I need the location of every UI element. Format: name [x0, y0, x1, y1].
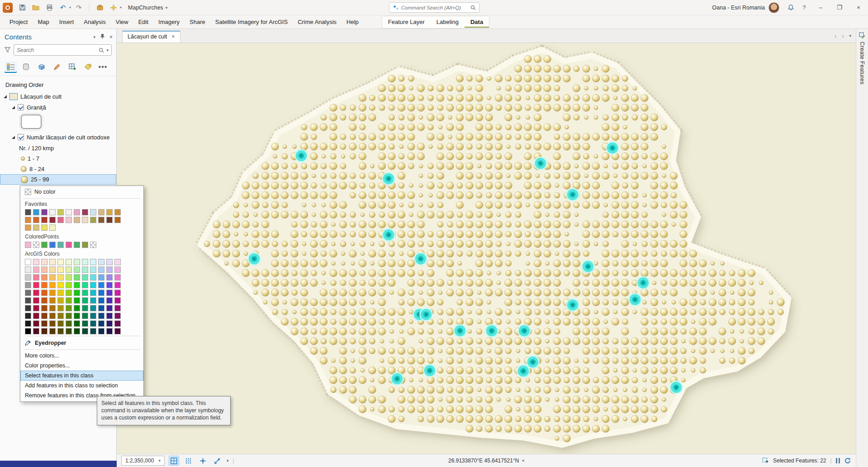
color-swatch[interactable] — [33, 282, 39, 288]
color-swatch[interactable] — [66, 313, 72, 319]
cursor-coordinates[interactable]: 26.9133870°E 45.6417521°N ▾ — [448, 457, 524, 464]
menu-item-select-features-in-this-class[interactable]: Select features in this class — [20, 371, 143, 381]
tab-list-chevron-icon[interactable]: ▾ — [849, 33, 851, 38]
color-swatch[interactable] — [82, 290, 88, 296]
color-swatch[interactable] — [90, 259, 96, 265]
expand-icon[interactable] — [4, 95, 7, 98]
color-swatch[interactable] — [49, 282, 56, 288]
color-swatch[interactable] — [114, 290, 121, 296]
color-swatch[interactable] — [57, 297, 64, 304]
snapping-toggle-icon[interactable] — [169, 456, 179, 466]
map-node-row[interactable]: Lăcașuri de cult — [0, 91, 116, 102]
class-symbol-large[interactable] — [21, 176, 28, 183]
color-swatch[interactable] — [74, 305, 80, 311]
color-swatch[interactable] — [74, 297, 80, 304]
color-swatch[interactable] — [41, 313, 47, 319]
selected-feature-marker[interactable] — [454, 325, 466, 337]
search-options-chevron-icon[interactable]: ▾ — [106, 48, 109, 52]
color-swatch[interactable] — [49, 267, 56, 273]
pause-drawing-icon[interactable] — [836, 458, 840, 463]
save-icon[interactable] — [16, 2, 28, 13]
color-swatch[interactable] — [114, 259, 121, 265]
color-swatch[interactable] — [98, 320, 104, 327]
color-swatch[interactable] — [114, 328, 121, 334]
layer-visibility-checkbox[interactable] — [18, 134, 24, 140]
notifications-bell-icon[interactable] — [784, 0, 797, 15]
color-swatch[interactable] — [82, 305, 88, 311]
command-search-input[interactable] — [401, 5, 468, 10]
menu-item-more-colors[interactable]: More colors... — [20, 351, 143, 361]
contextual-tab-data[interactable]: Data — [465, 16, 489, 28]
color-swatch[interactable] — [90, 274, 96, 281]
color-swatch[interactable] — [74, 217, 80, 223]
color-swatch[interactable] — [66, 259, 72, 265]
color-swatch[interactable] — [90, 320, 96, 327]
color-swatch[interactable] — [66, 217, 72, 223]
refresh-icon[interactable] — [844, 457, 851, 464]
color-swatch[interactable] — [25, 224, 31, 231]
color-swatch[interactable] — [25, 217, 31, 223]
selected-feature-marker[interactable] — [607, 142, 619, 154]
pane-menu-chevron-icon[interactable]: ▾ — [93, 35, 95, 39]
create-features-tab[interactable]: Create Features — [856, 29, 868, 85]
selected-feature-marker[interactable] — [383, 173, 395, 185]
color-swatch[interactable] — [106, 297, 113, 304]
color-swatch[interactable] — [41, 242, 47, 248]
color-swatch[interactable] — [33, 305, 39, 311]
selected-feature-marker[interactable] — [415, 253, 427, 265]
print-icon[interactable] — [43, 2, 55, 13]
color-swatch[interactable] — [33, 274, 39, 281]
color-swatch[interactable] — [57, 313, 64, 319]
color-swatch[interactable] — [98, 290, 104, 296]
color-swatch[interactable] — [114, 313, 121, 319]
color-swatch[interactable] — [106, 274, 113, 281]
color-swatch[interactable] — [49, 259, 56, 265]
redo-icon[interactable]: ↷ — [73, 2, 85, 13]
color-swatch[interactable] — [57, 259, 64, 265]
map-scale-combo[interactable]: 1:2,350,000 ▾ — [121, 456, 165, 466]
command-search[interactable] — [389, 2, 479, 13]
color-swatch[interactable] — [98, 313, 104, 319]
qat-customize-icon[interactable]: ▾ — [120, 5, 122, 10]
more-options-icon[interactable]: ••• — [97, 61, 109, 73]
close-pane-icon[interactable]: × — [109, 34, 113, 40]
ribbon-tab-share[interactable]: Share — [185, 16, 210, 28]
color-swatch[interactable] — [98, 297, 104, 304]
color-swatch[interactable] — [90, 282, 96, 288]
menu-item-color-properties[interactable]: Color properties... — [20, 361, 143, 371]
ribbon-tab-satellite-imagery-for-arcgis[interactable]: Satellite Imagery for ArcGIS — [210, 16, 293, 28]
color-swatch[interactable] — [57, 274, 64, 281]
color-swatch[interactable] — [41, 217, 47, 223]
color-swatch[interactable] — [57, 282, 64, 288]
minimize-button[interactable]: – — [811, 0, 830, 15]
quick-tool-icon-1[interactable] — [94, 2, 106, 13]
color-swatch[interactable] — [41, 282, 47, 288]
color-swatch[interactable] — [41, 274, 47, 281]
filter-icon[interactable] — [5, 46, 10, 54]
color-swatch[interactable] — [41, 297, 47, 304]
color-swatch[interactable] — [98, 328, 104, 334]
ribbon-tab-imagery[interactable]: Imagery — [153, 16, 185, 28]
selected-feature-marker[interactable] — [517, 365, 530, 377]
color-swatch[interactable] — [49, 297, 56, 304]
color-swatch[interactable] — [114, 297, 121, 304]
selected-feature-marker[interactable] — [391, 373, 403, 385]
open-project-icon[interactable] — [30, 2, 42, 13]
color-swatch[interactable] — [114, 274, 121, 281]
class-row-3-selected[interactable]: 25 - 99 — [0, 174, 116, 185]
contents-search-box[interactable]: ▾ — [14, 44, 112, 56]
selected-features-count[interactable]: Selected Features: 22 — [773, 457, 826, 464]
color-swatch[interactable] — [66, 209, 72, 215]
color-swatch[interactable] — [33, 328, 39, 334]
quick-tool-icon-2[interactable] — [108, 2, 119, 13]
color-swatch[interactable] — [33, 242, 39, 248]
color-swatch[interactable] — [106, 305, 113, 311]
color-swatch[interactable] — [25, 209, 31, 215]
selected-feature-marker[interactable] — [535, 157, 547, 170]
navigate-mode-icon[interactable] — [212, 456, 223, 466]
color-swatch[interactable] — [98, 259, 104, 265]
ribbon-tab-view[interactable]: View — [111, 16, 133, 28]
selected-feature-marker[interactable] — [582, 261, 594, 273]
color-swatch[interactable] — [106, 259, 113, 265]
color-swatch[interactable] — [57, 320, 64, 327]
